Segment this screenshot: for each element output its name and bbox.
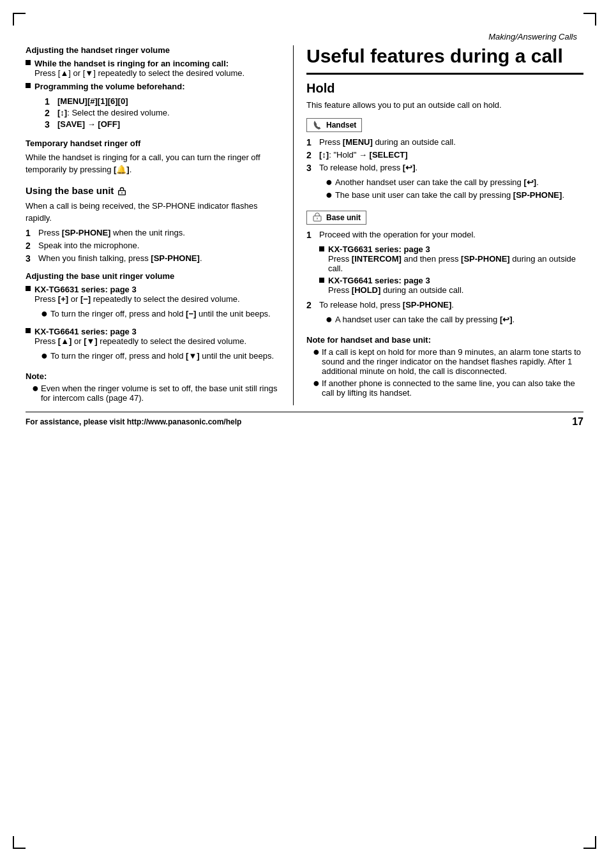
handset-step-2: 2 [↕]: "Hold" → [SELECT] [306, 150, 583, 160]
b-step-num-1: 1 [306, 230, 319, 240]
h-step-num-1: 1 [306, 137, 319, 147]
footer-text: For assistance, please visit http://www.… [26, 417, 241, 426]
b-bullet-sq-2 [319, 278, 324, 283]
corner-mark-bl [13, 836, 26, 849]
base-step-2: 2 Speak into the microphone. [26, 241, 280, 251]
section-handset-ringer-heading: Adjusting the handset ringer volume [26, 45, 280, 55]
base-unit-step-1: 1 Proceed with the operation for your mo… [306, 230, 583, 297]
hold-title: Hold [306, 81, 583, 96]
step-num-1: 1 [45, 96, 57, 107]
prog-step-3: 3 [SAVE] → [OFF] [45, 119, 184, 130]
section-base-unit-heading: Using the base unit [26, 185, 280, 197]
right-column: Useful features during a call Hold This … [294, 45, 583, 400]
base-unit-desc: When a call is being received, the SP-PH… [26, 200, 280, 225]
step-num-2: 2 [45, 108, 57, 118]
note-right-2: ● If another phone is connected to the s… [306, 378, 583, 398]
h-step3-sub2: ● The base unit user can take the call b… [319, 190, 583, 200]
note-bullet-1: ● Even when the ringer volume is set to … [26, 384, 280, 403]
step-num-3: 3 [45, 119, 57, 130]
left-column: Adjusting the handset ringer volume Whil… [26, 45, 294, 405]
kx6641-body: Press [▲] or [▼] repeatedly to select th… [34, 336, 274, 346]
base-step-num-3: 3 [26, 253, 38, 264]
base-step-num-2: 2 [26, 241, 38, 251]
main-title: Useful features during a call [306, 45, 583, 75]
temp-ringer-body: While the handset is ringing for a call,… [26, 152, 280, 176]
prog-step-1: 1 [MENU][#][1][6][0] [45, 96, 184, 107]
base-unit-icon [312, 213, 322, 223]
section-temp-ringer-heading: Temporary handset ringer off [26, 138, 280, 148]
base-step-3: 3 When you finish talking, press [SP-PHO… [26, 253, 280, 264]
bullet-sq-2 [26, 83, 31, 88]
handset-label-box: Handset [306, 118, 362, 132]
h-step-num-3: 3 [306, 163, 319, 173]
b-bullet-sq-1 [319, 246, 324, 251]
bullet1-body: Press [▲] or [▼] repeatedly to select th… [34, 68, 244, 78]
h-step3-sub1: ● Another handset user can take the call… [319, 177, 583, 188]
kx6631-body: Press [+] or [−] repeatedly to select th… [34, 294, 271, 304]
bullet1-label: While the handset is ringing for an inco… [34, 59, 229, 68]
corner-mark-br [583, 836, 596, 849]
kx6631-sub1: ● To turn the ringer off, press and hold… [34, 309, 271, 319]
footer: For assistance, please visit http://www.… [26, 412, 583, 428]
b-step-num-2: 2 [306, 300, 319, 310]
note-handset-base-heading: Note for handset and base unit: [306, 335, 583, 345]
bullet-sq-3 [26, 286, 31, 291]
kx6631-item: KX-TG6631 series: page 3 Press [+] or [−… [26, 285, 280, 322]
header-title: Making/Answering Calls [488, 32, 577, 41]
note-right-1: ● If a call is kept on hold for more tha… [306, 347, 583, 376]
bullet-while-ringing: While the handset is ringing for an inco… [26, 59, 280, 78]
section-base-ringer-heading: Adjusting the base unit ringer volume [26, 271, 280, 281]
footer-page: 17 [572, 416, 583, 428]
note-heading: Note: [26, 371, 280, 381]
kx6641-sub1: ● To turn the ringer off, press and hold… [34, 351, 274, 361]
handset-step-1: 1 Press [MENU] during an outside call. [306, 137, 583, 147]
bullet-sq-1 [26, 60, 31, 65]
kx6631-label: KX-TG6631 series: page 3 [34, 285, 137, 294]
handset-icon [312, 120, 322, 130]
prog-step-2: 2 [↕]: Select the desired volume. [45, 108, 184, 118]
base-icon [117, 186, 127, 197]
b-step1-6631: KX-TG6631 series: page 3 Press [INTERCOM… [319, 244, 583, 273]
handset-step-3: 3 To release hold, press [↩]. ● Another … [306, 163, 583, 203]
b-step2-sub1: ● A handset user can take the call by pr… [319, 315, 583, 325]
base-step-1: 1 Press [SP-PHONE] when the unit rings. [26, 228, 280, 238]
handset-label-text: Handset [326, 121, 356, 130]
hold-desc: This feature allows you to put an outsid… [306, 100, 583, 112]
kx6641-label: KX-TG6641 series: page 3 [34, 327, 137, 336]
base-step-num-1: 1 [26, 228, 38, 238]
bullet-sq-4 [26, 328, 31, 333]
base-unit-step-2: 2 To release hold, press [SP-PHONE]. ● A… [306, 300, 583, 327]
bullet-programming: Programming the volume beforehand: 1 [ME… [26, 82, 280, 131]
base-label-box: Base unit [306, 211, 366, 225]
kx6641-item: KX-TG6641 series: page 3 Press [▲] or [▼… [26, 327, 280, 364]
b-step1-6641: KX-TG6641 series: page 3 Press [HOLD] du… [319, 276, 583, 295]
h-step-num-2: 2 [306, 150, 319, 160]
bullet2-label: Programming the volume beforehand: [34, 82, 184, 91]
base-label-text: Base unit [326, 213, 361, 222]
